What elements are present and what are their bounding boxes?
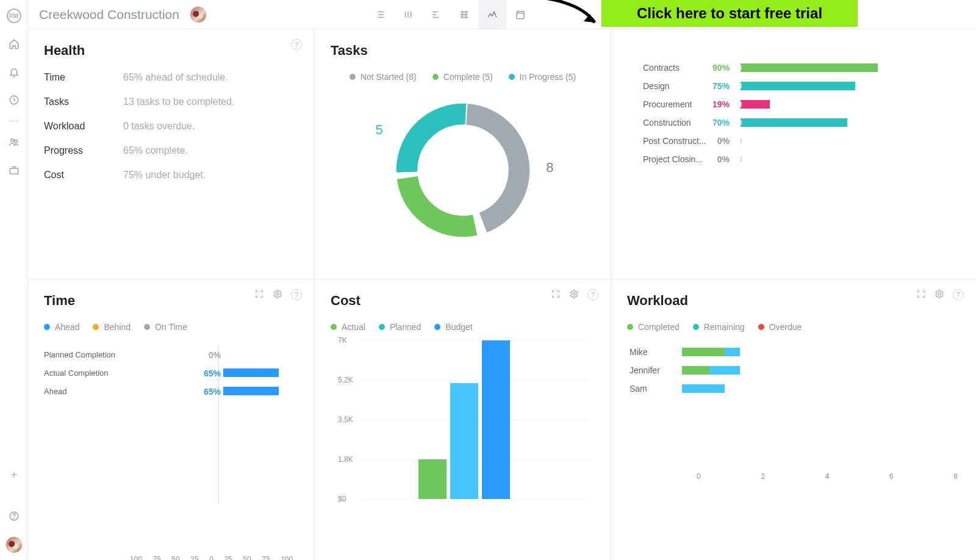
axis-tick: 8 — [953, 472, 958, 481]
progress-bar — [741, 118, 893, 127]
progress-row: Post Construct...0% — [640, 132, 976, 150]
axis-tick: 2 — [761, 472, 765, 481]
axis-tick: $0 — [338, 495, 346, 503]
panel-help-icon[interactable]: ? — [587, 289, 598, 300]
view-list-icon[interactable] — [366, 0, 394, 29]
add-icon[interactable] — [7, 467, 21, 482]
workload-row: Mike — [627, 343, 960, 361]
workload-bar — [682, 366, 865, 375]
expand-icon[interactable] — [254, 289, 265, 300]
time-row-pct: 0% — [209, 350, 221, 360]
time-row: Ahead65% — [44, 382, 298, 400]
axis-tick: 0 — [697, 472, 701, 481]
trial-banner[interactable]: Click here to start free trial — [601, 0, 858, 27]
legend-label: Ahead — [55, 322, 79, 332]
progress-row-label: Project Closin... — [640, 154, 709, 164]
axis-tick: 5.2K — [338, 376, 353, 384]
time-row-pct: 65% — [204, 387, 221, 397]
legend-label: Remaining — [704, 322, 745, 332]
progress-bar — [741, 82, 893, 90]
panel-help-icon[interactable]: ? — [291, 289, 302, 300]
project-avatar[interactable] — [190, 7, 206, 23]
view-board-icon[interactable] — [422, 0, 450, 29]
time-bar — [223, 387, 279, 395]
workload-row-label: Sam — [627, 384, 682, 393]
time-row-label: Ahead — [44, 387, 148, 396]
axis-tick: 100 — [281, 555, 293, 560]
cost-bar — [482, 340, 510, 499]
health-row-value: 13 tasks to be completed. — [123, 96, 234, 107]
settings-icon[interactable] — [569, 289, 580, 300]
legend-label: Not Started (8) — [361, 72, 417, 82]
view-grid-icon[interactable] — [450, 0, 478, 29]
progress-row-pct: 75% — [709, 81, 736, 91]
legend-dot — [432, 74, 439, 80]
app-logo[interactable]: PM — [7, 9, 21, 23]
health-row-value: 75% under budget. — [123, 170, 206, 181]
clock-icon[interactable] — [7, 93, 21, 107]
home-icon[interactable] — [7, 37, 21, 51]
panel-help-icon[interactable]: ? — [953, 289, 964, 300]
progress-row-label: Contracts — [640, 63, 709, 73]
cost-bar-chart: 7K5.2K3.5K1.8K$0 — [339, 340, 595, 499]
workload-legend: Completed Remaining Overdue — [627, 322, 960, 332]
briefcase-icon[interactable] — [7, 163, 21, 178]
workload-bar — [682, 384, 865, 393]
legend-label: Completed — [638, 322, 680, 332]
panel-title: Health — [44, 43, 298, 59]
legend-label: Behind — [104, 322, 131, 332]
bell-icon[interactable] — [7, 65, 21, 79]
expand-icon[interactable] — [916, 289, 927, 300]
axis-tick: 75 — [262, 555, 270, 560]
time-row: Actual Completion65% — [44, 364, 298, 382]
legend-label: Budget — [445, 322, 472, 332]
settings-icon[interactable] — [935, 289, 946, 300]
axis-tick: 50 — [243, 555, 251, 560]
workload-row-label: Mike — [627, 347, 682, 357]
progress-row-pct: 90% — [709, 63, 736, 73]
svg-point-11 — [573, 293, 575, 295]
progress-row-pct: 0% — [709, 136, 736, 146]
progress-row: Construction70% — [640, 113, 976, 132]
cost-bar — [418, 459, 447, 499]
time-row-label: Planned Completion — [44, 350, 148, 359]
workload-row: Sam — [627, 379, 960, 398]
progress-panel: Contracts90%Design75%Procurement19%Const… — [611, 29, 976, 279]
svg-point-2 — [14, 140, 17, 143]
cost-bar — [450, 383, 478, 499]
progress-row-label: Procurement — [640, 99, 709, 109]
expand-icon[interactable] — [551, 289, 562, 300]
svg-rect-3 — [10, 168, 18, 174]
progress-row-label: Post Construct... — [640, 136, 709, 146]
axis-tick: 25 — [190, 555, 198, 560]
cost-panel: Cost ? Actual Planned Budget 7K5.2K3.5K1… — [315, 279, 611, 560]
axis-tick: 75 — [152, 555, 160, 560]
view-dashboard-icon[interactable] — [478, 0, 506, 29]
view-tabs — [366, 0, 534, 29]
user-avatar[interactable] — [6, 537, 22, 553]
view-gantt-icon[interactable] — [394, 0, 422, 29]
progress-bar — [741, 137, 893, 145]
time-panel: Time ? Ahead Behind On Time Planned Comp… — [28, 279, 315, 560]
time-row-pct: 65% — [204, 368, 221, 378]
workload-row: Jennifer — [627, 361, 960, 379]
panel-help-icon[interactable]: ? — [291, 39, 302, 50]
tasks-panel: Tasks Not Started (8) Complete (5) In Pr… — [315, 29, 611, 279]
progress-row: Design75% — [640, 77, 976, 95]
help-icon[interactable] — [7, 509, 21, 523]
settings-icon[interactable] — [273, 289, 284, 300]
panel-title: Tasks — [331, 43, 595, 59]
time-bar — [223, 368, 279, 377]
legend-label: Actual — [342, 322, 365, 332]
legend-dot — [350, 74, 356, 80]
progress-row-label: Construction — [640, 118, 709, 127]
legend-label: In Progress (5) — [520, 72, 576, 82]
donut-label-not-started: 8 — [546, 160, 553, 176]
axis-tick: 25 — [224, 555, 232, 560]
health-row-value: 65% ahead of schedule. — [123, 72, 228, 83]
people-icon[interactable] — [7, 135, 21, 149]
tasks-donut-chart: 8 5 — [393, 100, 533, 240]
annotation-arrow — [512, 0, 604, 38]
progress-row: Project Closin...0% — [640, 150, 976, 168]
progress-row: Contracts90% — [640, 59, 976, 77]
